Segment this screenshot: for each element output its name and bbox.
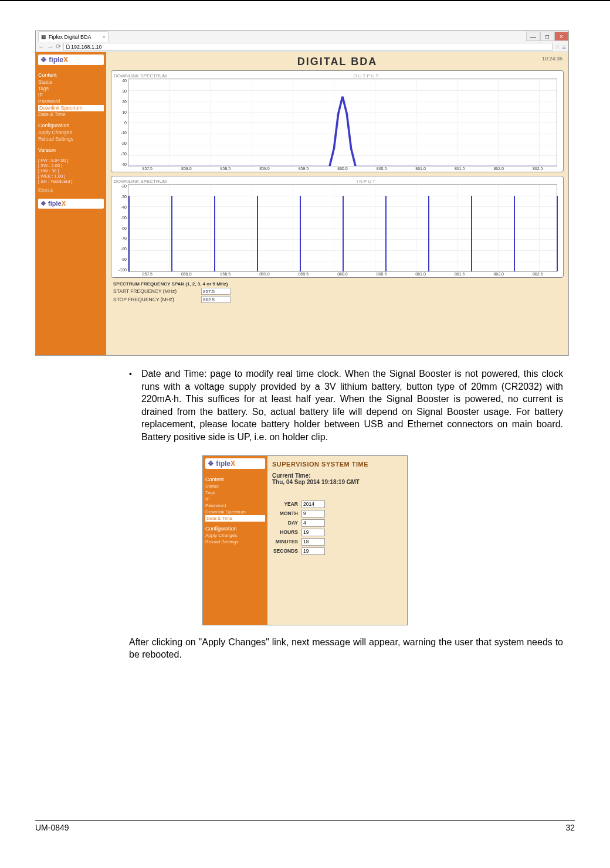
sidebar-item[interactable]: Downlink Spectrum — [205, 509, 265, 515]
sidebar-item[interactable]: Reload Settings — [205, 539, 265, 545]
field-input[interactable]: 2014 — [301, 501, 325, 508]
spectrum-spike — [428, 196, 429, 271]
field-input[interactable]: 19 — [301, 547, 325, 555]
start-freq-input[interactable]: 857.5 — [201, 288, 231, 295]
page-icon: 🗋 — [66, 44, 71, 50]
sidebar-item[interactable]: Apply Changes — [205, 532, 265, 539]
axis-tick: -90 — [114, 257, 127, 261]
menu-icon[interactable]: ≡ — [562, 43, 566, 50]
sidebar: ❖ fipleX Content StatusTagsIPPasswordDow… — [36, 52, 106, 355]
sidebar-item[interactable]: Password — [38, 98, 104, 105]
sidebar-item[interactable]: Password — [205, 502, 265, 509]
nav-reload-icon[interactable]: ⟳ — [56, 43, 61, 50]
sidebar-item[interactable]: Status — [205, 483, 265, 489]
spectrum-spike — [214, 196, 215, 271]
sidebar-item[interactable]: Date & Time — [38, 111, 104, 118]
page-title: DIGITAL BDA — [111, 56, 564, 68]
axis-tick: -80 — [114, 247, 127, 251]
axis-tick: -30 — [114, 195, 127, 199]
field-label: HOURS — [272, 529, 301, 535]
sidebar-item[interactable]: Reload Settings — [38, 136, 104, 142]
tab-title: Fiplex Digital BDA — [49, 34, 92, 40]
url-text: 192.168.1.10 — [71, 44, 102, 50]
chart-input: DOWNLINK SPECTRUM INPUT -20-30-40-50-60-… — [111, 176, 564, 278]
axis-tick: -70 — [114, 236, 127, 240]
axis-tick: 860.0 — [323, 166, 362, 171]
axis-tick: -40 — [114, 162, 127, 166]
datetime-field-row: SECONDS19 — [272, 547, 402, 555]
axis-tick: -40 — [114, 205, 127, 209]
axis-tick: 858.0 — [167, 166, 206, 171]
spectrum-spike — [514, 196, 515, 271]
bullet-icon: • — [129, 367, 132, 444]
address-bar[interactable]: 🗋 192.168.1.10 — [63, 43, 553, 51]
field-input[interactable]: 18 — [301, 538, 325, 546]
spectrum-spike — [171, 196, 172, 271]
axis-tick: 861.0 — [401, 272, 440, 276]
axis-tick: 862.5 — [518, 272, 557, 276]
axis-tick: -30 — [114, 152, 127, 156]
axis-tick: 857.5 — [128, 166, 167, 171]
bookmark-star-icon[interactable]: ☆ — [555, 43, 560, 50]
sidebar-item[interactable]: Downlink Spectrum — [38, 105, 104, 111]
axis-tick: 20 — [114, 100, 127, 104]
sidebar-item[interactable]: IP — [205, 496, 265, 502]
axis-tick: -20 — [114, 141, 127, 145]
nav-back-icon[interactable]: ← — [38, 43, 45, 50]
axis-tick: 40 — [114, 79, 127, 83]
chart-plot-area — [128, 184, 557, 272]
spectrum-spike — [128, 196, 130, 271]
close-icon[interactable]: × — [103, 34, 106, 40]
nav-forward-icon[interactable]: → — [47, 43, 53, 50]
axis-tick: 858.5 — [206, 272, 245, 276]
version-line: [ HW : 30 ] — [38, 168, 104, 173]
doc-paragraph: After clicking on "Apply Changes" link, … — [129, 636, 563, 661]
axis-tick: 862.0 — [479, 166, 518, 171]
chart-head-center: INPUT — [172, 179, 561, 184]
page-number: 32 — [565, 823, 575, 832]
sidebar: ❖ fipleX Content StatusTagsIPPasswordDow… — [203, 456, 267, 625]
field-input[interactable]: 19 — [301, 529, 325, 536]
main-content: SUPERVISION SYSTEM TIME Current Time: Th… — [267, 456, 407, 625]
field-label: MONTH — [272, 510, 301, 516]
sidebar-item[interactable]: Status — [38, 79, 104, 86]
axis-tick: 861.0 — [401, 166, 440, 171]
axis-tick: 859.0 — [245, 272, 284, 276]
sidebar-item[interactable]: Apply Changes — [38, 130, 104, 136]
chart-head-left: DOWNLINK SPECTRUM — [114, 73, 172, 79]
axis-tick: 858.5 — [206, 166, 245, 171]
sidebar-item[interactable]: Tags — [205, 489, 265, 496]
datetime-field-row: MINUTES18 — [272, 538, 402, 546]
sidebar-item[interactable]: Date & Time — [205, 515, 265, 522]
field-label: DAY — [272, 520, 301, 526]
spectrum-spike — [385, 196, 387, 271]
axis-tick: 860.5 — [362, 166, 401, 171]
version-line: [ SN : TestBoard ] — [38, 179, 104, 184]
sidebar-item[interactable]: Tags — [38, 86, 104, 92]
main-content: 10:24:36 DIGITAL BDA DOWNLINK SPECTRUM O… — [106, 52, 568, 355]
sidebar-head-version: Version — [38, 147, 104, 153]
field-label: MINUTES — [272, 539, 301, 544]
version-line: [ SW : 2.00 ] — [38, 163, 104, 168]
brand-logo: ❖ fipleX — [205, 458, 265, 469]
window-minimize-icon[interactable]: — — [526, 32, 540, 41]
stop-freq-label: STOP FREQUENCY (MHz) — [113, 297, 201, 302]
sidebar-head-config: Configuration — [38, 122, 104, 128]
axis-tick: 861.5 — [440, 272, 479, 276]
field-input[interactable]: 4 — [301, 519, 325, 527]
stop-freq-input[interactable]: 862.5 — [201, 296, 231, 303]
datetime-field-row: MONTH9 — [272, 510, 402, 518]
spectrum-spike — [471, 196, 472, 271]
axis-tick: -20 — [114, 184, 127, 188]
axis-tick: 860.5 — [362, 272, 401, 276]
field-label: YEAR — [272, 501, 301, 507]
axis-tick: -10 — [114, 131, 127, 135]
window-maximize-icon[interactable]: □ — [540, 32, 554, 41]
chart-xaxis: 857.5858.0858.5859.0859.5860.0860.5861.0… — [128, 166, 557, 171]
browser-tab[interactable]: ▦ Fiplex Digital BDA × — [38, 31, 109, 42]
axis-tick: 861.5 — [440, 166, 479, 171]
brand-logo-bottom: ❖ fipleX — [38, 199, 104, 209]
sidebar-item[interactable]: IP — [38, 92, 104, 98]
window-close-icon[interactable]: × — [554, 32, 568, 41]
field-input[interactable]: 9 — [301, 510, 325, 518]
